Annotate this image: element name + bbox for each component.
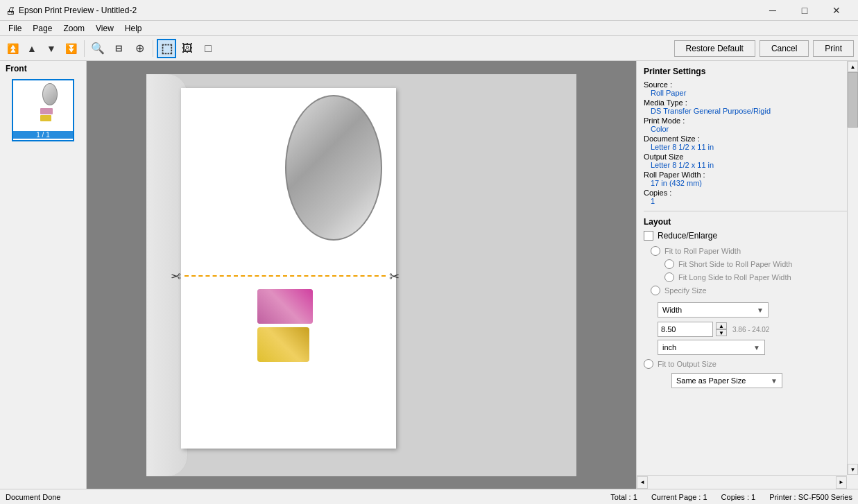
width-dropdown-arrow-icon: ▼ xyxy=(757,306,764,314)
menu-bar: File Page Zoom View Help xyxy=(0,21,858,36)
left-panel: Front 1 / 1 xyxy=(0,61,87,489)
scroll-up-button[interactable]: ▲ xyxy=(848,61,858,72)
minimize-button[interactable]: ─ xyxy=(757,0,789,21)
unit-dropdown[interactable]: inch ▼ xyxy=(658,340,765,355)
scroll-left-button[interactable]: ◄ xyxy=(637,476,648,489)
number-input-row: ▲ ▼ 3.86 - 24.02 xyxy=(658,322,851,337)
separator-2 xyxy=(153,40,153,57)
width-dropdown[interactable]: Width ▼ xyxy=(658,302,769,318)
thumbnail-container: 1 / 1 xyxy=(0,76,86,144)
menu-view[interactable]: View xyxy=(90,22,119,35)
reduce-enlarge-row: Reduce/Enlarge xyxy=(644,231,851,241)
print-mode-label: Print Mode : xyxy=(644,116,851,125)
fit-output-radio-btn[interactable] xyxy=(644,359,653,369)
media-type-value: DS Transfer General Purpose/Rigid xyxy=(644,107,851,115)
maximize-button[interactable]: □ xyxy=(789,0,821,21)
width-value-input[interactable] xyxy=(658,322,713,337)
menu-zoom[interactable]: Zoom xyxy=(58,22,90,35)
nav-arrows: ⏫ ▲ ▼ ⏬ xyxy=(3,39,80,58)
title-bar-text: Epson Print Preview - Untitled-2 xyxy=(19,6,757,15)
printer-status: Printer : SC-F500 Series xyxy=(769,493,852,501)
fit-output-row: Fit to Output Size xyxy=(644,359,851,369)
copies-value: 1 xyxy=(644,197,851,205)
radio-specify-size-label: Specify Size xyxy=(664,286,707,295)
scroll-track xyxy=(848,72,858,464)
nav-last-button[interactable]: ⏬ xyxy=(61,39,80,58)
media-type-row: Media Type : DS Transfer General Purpose… xyxy=(644,98,851,115)
nav-prev-button[interactable]: ▲ xyxy=(22,39,42,58)
radio-fit-short-side: Fit Short Side to Roll Paper Width xyxy=(664,259,851,269)
fit-width-button[interactable]: ⬚ xyxy=(157,39,176,58)
app-icon: 🖨 xyxy=(6,5,15,16)
printer-settings-title: Printer Settings xyxy=(644,67,851,76)
print-mode-value: Color xyxy=(644,125,851,133)
vertical-scrollbar[interactable]: ▲ ▼ xyxy=(847,61,858,475)
roll-paper-width-label: Roll Paper Width : xyxy=(644,171,851,179)
radio-fit-short-side-btn[interactable] xyxy=(664,259,674,269)
image-item-1 xyxy=(257,289,313,324)
fit-output-label: Fit to Output Size xyxy=(658,360,717,368)
fit-page-button[interactable]: 🖼 xyxy=(178,39,197,58)
document-size-row: Document Size : Letter 8 1/2 x 11 in xyxy=(644,134,851,151)
radio-fit-roll-width: Fit to Roll Paper Width xyxy=(651,246,851,256)
right-panel-inner[interactable]: Printer Settings Source : Roll Paper Med… xyxy=(637,61,858,489)
restore-default-button[interactable]: Restore Default xyxy=(674,40,755,57)
radio-fit-long-side-btn[interactable] xyxy=(664,272,674,282)
zoom-fit-icon: ⊟ xyxy=(115,42,122,55)
horizontal-scrollbar[interactable]: ◄ ► xyxy=(637,475,847,489)
scroll-thumb[interactable] xyxy=(848,72,858,128)
scroll-right-button[interactable]: ► xyxy=(836,476,847,489)
zoom-out-icon: 🔍 xyxy=(91,42,105,55)
dashed-cut-line xyxy=(185,275,386,277)
thumbnail-page-num: 1 / 1 xyxy=(13,131,73,139)
title-bar: 🖨 Epson Print Preview - Untitled-2 ─ □ ✕ xyxy=(0,0,858,21)
radio-group: Fit to Roll Paper Width Fit Short Side t… xyxy=(651,246,851,295)
paper-size-dropdown-arrow-icon: ▼ xyxy=(771,377,778,385)
reduce-enlarge-label: Reduce/Enlarge xyxy=(658,231,717,241)
status-text: Document Done xyxy=(6,493,597,501)
copies-row: Copies : 1 xyxy=(644,189,851,205)
main-area: Front 1 / 1 xyxy=(0,61,858,489)
zoom-in-button[interactable]: ⊕ xyxy=(130,39,149,58)
print-canvas: ✂ ✂ xyxy=(146,74,576,476)
scroll-down-button[interactable]: ▼ xyxy=(848,464,858,475)
radio-fit-roll-width-btn[interactable] xyxy=(651,246,660,256)
radio-fit-long-side-label: Fit Long Side to Roll Paper Width xyxy=(678,273,791,281)
page-border-button[interactable]: □ xyxy=(198,39,218,58)
media-type-label: Media Type : xyxy=(644,98,851,107)
nav-next-button[interactable]: ▼ xyxy=(42,39,61,58)
unit-dropdown-arrow-icon: ▼ xyxy=(753,344,760,351)
copies-status: Copies : 1 xyxy=(721,493,756,501)
width-dropdown-value: Width xyxy=(662,306,682,314)
spin-up-button[interactable]: ▲ xyxy=(716,322,727,329)
radio-fit-long-side: Fit Long Side to Roll Paper Width xyxy=(664,272,851,282)
menu-help[interactable]: Help xyxy=(119,22,148,35)
page-white: ✂ ✂ xyxy=(181,88,396,449)
unit-row: inch ▼ xyxy=(658,340,851,355)
paper-size-dropdown[interactable]: Same as Paper Size ▼ xyxy=(671,373,782,388)
menu-page[interactable]: Page xyxy=(27,22,58,35)
reduce-enlarge-checkbox[interactable] xyxy=(644,231,653,241)
close-button[interactable]: ✕ xyxy=(821,0,852,21)
cancel-button[interactable]: Cancel xyxy=(760,40,809,57)
zoom-fit-button[interactable]: ⊟ xyxy=(109,39,128,58)
source-row: Source : Roll Paper xyxy=(644,80,851,97)
scissors-left-icon: ✂ xyxy=(171,269,181,284)
radio-specify-size-btn[interactable] xyxy=(651,286,660,295)
spin-down-button[interactable]: ▼ xyxy=(716,329,727,336)
source-label: Source : xyxy=(644,80,851,89)
img-section xyxy=(257,289,313,362)
paper-size-value: Same as Paper Size xyxy=(676,376,746,385)
layout-title: Layout xyxy=(644,217,851,227)
panel-label: Front xyxy=(0,61,86,76)
width-range-hint: 3.86 - 24.02 xyxy=(732,326,769,333)
nav-first-button[interactable]: ⏫ xyxy=(3,39,22,58)
source-value: Roll Paper xyxy=(644,89,851,97)
print-button[interactable]: Print xyxy=(813,40,854,57)
separator-1 xyxy=(84,40,85,57)
roll-paper-width-value: 17 in (432 mm) xyxy=(644,179,851,187)
zoom-out-button[interactable]: 🔍 xyxy=(88,39,108,58)
status-bar: Document Done Total : 1 Current Page : 1… xyxy=(0,489,858,504)
menu-file[interactable]: File xyxy=(3,22,27,35)
thumbnail[interactable]: 1 / 1 xyxy=(12,79,74,141)
